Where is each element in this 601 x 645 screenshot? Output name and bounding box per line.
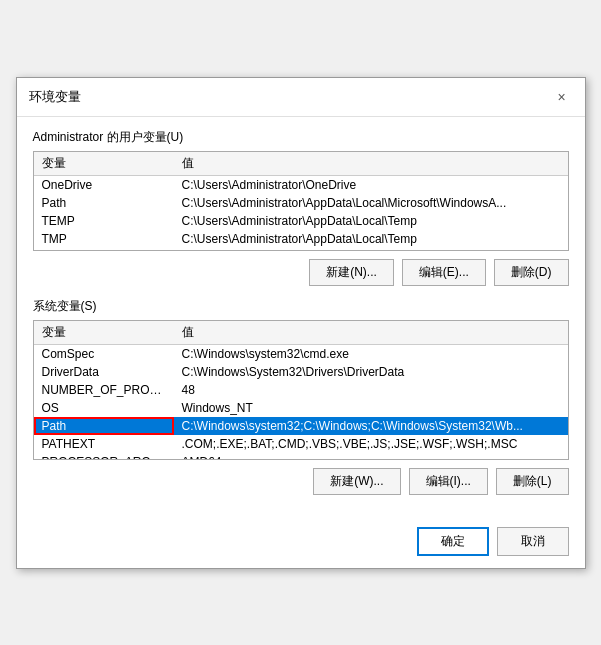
system-variables-table: 变量 值 ComSpecC:\Windows\system32\cmd.exeD… [34, 321, 568, 460]
var-cell: TMP [34, 230, 174, 248]
table-row[interactable]: DriverDataC:\Windows\System32\Drivers\Dr… [34, 363, 568, 381]
user-variables-table: 变量 值 OneDriveC:\Users\Administrator\OneD… [34, 152, 568, 248]
system-new-button[interactable]: 新建(W)... [313, 468, 400, 495]
val-cell: C:\Windows\System32\Drivers\DriverData [174, 363, 568, 381]
val-cell: C:\Windows\system32;C:\Windows;C:\Window… [174, 417, 568, 435]
var-cell: TEMP [34, 212, 174, 230]
system-col-val-header: 值 [174, 321, 568, 345]
var-cell: OneDrive [34, 175, 174, 194]
var-cell: DriverData [34, 363, 174, 381]
user-col-val-header: 值 [174, 152, 568, 176]
user-variables-section: Administrator 的用户变量(U) 变量 值 OneDriveC:\U… [33, 129, 569, 286]
table-row[interactable]: PathC:\Users\Administrator\AppData\Local… [34, 194, 568, 212]
system-variables-table-container[interactable]: 变量 值 ComSpecC:\Windows\system32\cmd.exeD… [33, 320, 569, 460]
environment-variables-dialog: 环境变量 × Administrator 的用户变量(U) 变量 值 OneDr… [16, 77, 586, 569]
table-row[interactable]: PathC:\Windows\system32;C:\Windows;C:\Wi… [34, 417, 568, 435]
system-buttons-row: 新建(W)... 编辑(I)... 删除(L) [33, 468, 569, 495]
var-cell: PROCESSOR_ARCHITECT... [34, 453, 174, 460]
system-table-body: ComSpecC:\Windows\system32\cmd.exeDriver… [34, 344, 568, 460]
footer-buttons: 确定 取消 [17, 519, 585, 568]
user-table-body: OneDriveC:\Users\Administrator\OneDriveP… [34, 175, 568, 248]
table-row[interactable]: ComSpecC:\Windows\system32\cmd.exe [34, 344, 568, 363]
system-section-label: 系统变量(S) [33, 298, 569, 315]
user-new-button[interactable]: 新建(N)... [309, 259, 394, 286]
system-edit-button[interactable]: 编辑(I)... [409, 468, 488, 495]
val-cell: C:\Users\Administrator\AppData\Local\Mic… [174, 194, 568, 212]
val-cell: C:\Users\Administrator\OneDrive [174, 175, 568, 194]
var-cell: Path [34, 417, 174, 435]
system-delete-button[interactable]: 删除(L) [496, 468, 569, 495]
dialog-title: 环境变量 [29, 88, 81, 106]
user-section-label: Administrator 的用户变量(U) [33, 129, 569, 146]
val-cell: 48 [174, 381, 568, 399]
user-edit-button[interactable]: 编辑(E)... [402, 259, 486, 286]
ok-button[interactable]: 确定 [417, 527, 489, 556]
table-row[interactable]: NUMBER_OF_PROCESSORS48 [34, 381, 568, 399]
table-row[interactable]: OneDriveC:\Users\Administrator\OneDrive [34, 175, 568, 194]
table-row[interactable]: PATHEXT.COM;.EXE;.BAT;.CMD;.VBS;.VBE;.JS… [34, 435, 568, 453]
val-cell: C:\Users\Administrator\AppData\Local\Tem… [174, 230, 568, 248]
title-bar: 环境变量 × [17, 78, 585, 117]
var-cell: NUMBER_OF_PROCESSORS [34, 381, 174, 399]
val-cell: Windows_NT [174, 399, 568, 417]
table-row[interactable]: TEMPC:\Users\Administrator\AppData\Local… [34, 212, 568, 230]
val-cell: C:\Users\Administrator\AppData\Local\Tem… [174, 212, 568, 230]
val-cell: C:\Windows\system32\cmd.exe [174, 344, 568, 363]
table-row[interactable]: TMPC:\Users\Administrator\AppData\Local\… [34, 230, 568, 248]
user-col-var-header: 变量 [34, 152, 174, 176]
val-cell: AMD64 [174, 453, 568, 460]
var-cell: Path [34, 194, 174, 212]
user-delete-button[interactable]: 删除(D) [494, 259, 569, 286]
val-cell: .COM;.EXE;.BAT;.CMD;.VBS;.VBE;.JS;.JSE;.… [174, 435, 568, 453]
table-row[interactable]: OSWindows_NT [34, 399, 568, 417]
system-col-var-header: 变量 [34, 321, 174, 345]
var-cell: OS [34, 399, 174, 417]
user-variables-table-container[interactable]: 变量 值 OneDriveC:\Users\Administrator\OneD… [33, 151, 569, 251]
dialog-body: Administrator 的用户变量(U) 变量 值 OneDriveC:\U… [17, 117, 585, 519]
var-cell: PATHEXT [34, 435, 174, 453]
user-buttons-row: 新建(N)... 编辑(E)... 删除(D) [33, 259, 569, 286]
close-button[interactable]: × [551, 86, 573, 108]
cancel-button[interactable]: 取消 [497, 527, 569, 556]
var-cell: ComSpec [34, 344, 174, 363]
system-variables-section: 系统变量(S) 变量 值 ComSpecC:\Windows\system32\… [33, 298, 569, 495]
table-row[interactable]: PROCESSOR_ARCHITECT...AMD64 [34, 453, 568, 460]
